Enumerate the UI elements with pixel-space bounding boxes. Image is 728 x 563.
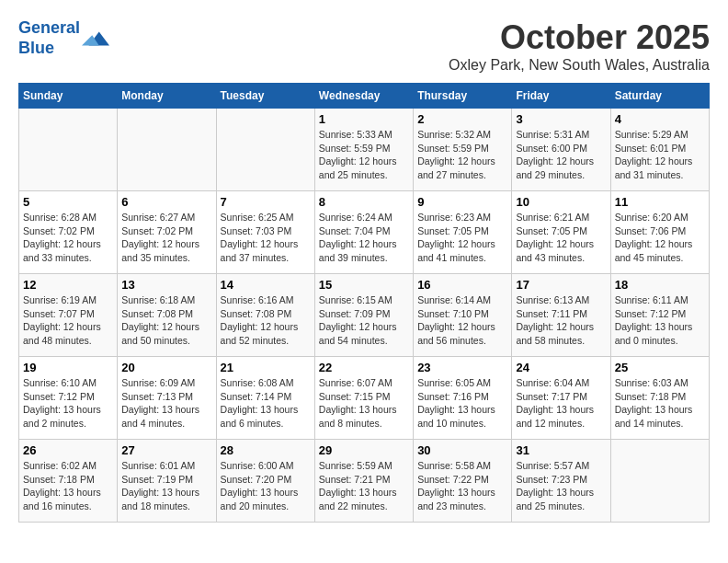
day-number: 27 [121, 443, 211, 457]
calendar-cell: 21Sunrise: 6:08 AMSunset: 7:14 PMDayligh… [216, 357, 314, 440]
header-cell-sunday: Sunday [19, 84, 118, 109]
day-info: Sunrise: 6:24 AMSunset: 7:04 PMDaylight:… [319, 211, 409, 265]
day-number: 1 [319, 112, 409, 126]
day-info: Sunrise: 6:08 AMSunset: 7:14 PMDaylight:… [221, 376, 311, 431]
calendar-cell: 3Sunrise: 5:31 AMSunset: 6:00 PMDaylight… [512, 109, 610, 191]
day-info: Sunrise: 6:07 AMSunset: 7:15 PMDaylight:… [319, 376, 409, 431]
logo-icon [82, 25, 109, 52]
calendar-cell: 20Sunrise: 6:09 AMSunset: 7:13 PMDayligh… [118, 357, 216, 440]
calendar-cell: 5Sunrise: 6:28 AMSunset: 7:02 PMDaylight… [19, 191, 118, 274]
day-number: 15 [319, 278, 409, 292]
calendar-cell: 26Sunrise: 6:02 AMSunset: 7:18 PMDayligh… [19, 440, 118, 523]
calendar-cell: 4Sunrise: 5:29 AMSunset: 6:01 PMDaylight… [610, 109, 709, 191]
day-number: 29 [319, 443, 409, 457]
day-number: 17 [516, 278, 606, 292]
day-info: Sunrise: 6:16 AMSunset: 7:08 PMDaylight:… [221, 293, 311, 348]
day-info: Sunrise: 6:01 AMSunset: 7:19 PMDaylight:… [121, 459, 211, 513]
calendar-cell: 23Sunrise: 6:05 AMSunset: 7:16 PMDayligh… [414, 357, 512, 440]
week-row-1: 1Sunrise: 5:33 AMSunset: 5:59 PMDaylight… [19, 109, 710, 191]
header-cell-wednesday: Wednesday [314, 84, 413, 109]
calendar-cell: 27Sunrise: 6:01 AMSunset: 7:19 PMDayligh… [118, 440, 216, 523]
day-number: 12 [23, 278, 113, 292]
day-info: Sunrise: 6:13 AMSunset: 7:11 PMDaylight:… [516, 293, 606, 348]
day-number: 26 [23, 443, 113, 457]
calendar-cell [19, 109, 118, 191]
day-number: 28 [221, 443, 311, 457]
calendar-cell: 13Sunrise: 6:18 AMSunset: 7:08 PMDayligh… [118, 274, 216, 357]
day-info: Sunrise: 6:10 AMSunset: 7:12 PMDaylight:… [23, 376, 113, 431]
day-info: Sunrise: 5:31 AMSunset: 6:00 PMDaylight:… [516, 128, 606, 182]
day-info: Sunrise: 5:29 AMSunset: 6:01 PMDaylight:… [615, 128, 705, 182]
calendar-cell: 24Sunrise: 6:04 AMSunset: 7:17 PMDayligh… [512, 357, 610, 440]
day-number: 2 [417, 112, 507, 126]
calendar-cell: 22Sunrise: 6:07 AMSunset: 7:15 PMDayligh… [314, 357, 413, 440]
calendar-header: SundayMondayTuesdayWednesdayThursdayFrid… [19, 84, 710, 109]
day-info: Sunrise: 6:28 AMSunset: 7:02 PMDaylight:… [23, 211, 113, 265]
day-info: Sunrise: 6:18 AMSunset: 7:08 PMDaylight:… [121, 293, 211, 348]
calendar-cell: 15Sunrise: 6:15 AMSunset: 7:09 PMDayligh… [314, 274, 413, 357]
calendar-cell [610, 440, 709, 523]
day-number: 3 [516, 112, 606, 126]
calendar-cell: 31Sunrise: 5:57 AMSunset: 7:23 PMDayligh… [512, 440, 610, 523]
day-info: Sunrise: 5:33 AMSunset: 5:59 PMDaylight:… [319, 128, 409, 182]
header-cell-monday: Monday [118, 84, 216, 109]
day-number: 25 [615, 361, 705, 374]
day-number: 5 [23, 195, 113, 209]
day-info: Sunrise: 5:57 AMSunset: 7:23 PMDaylight:… [516, 459, 606, 513]
calendar-cell [118, 109, 216, 191]
day-number: 14 [221, 278, 311, 292]
day-info: Sunrise: 5:58 AMSunset: 7:22 PMDaylight:… [417, 459, 507, 513]
calendar-cell: 25Sunrise: 6:03 AMSunset: 7:18 PMDayligh… [610, 357, 709, 440]
day-info: Sunrise: 6:14 AMSunset: 7:10 PMDaylight:… [417, 293, 507, 348]
calendar-cell: 6Sunrise: 6:27 AMSunset: 7:02 PMDaylight… [118, 191, 216, 274]
day-number: 13 [121, 278, 211, 292]
day-info: Sunrise: 6:27 AMSunset: 7:02 PMDaylight:… [121, 211, 211, 265]
day-number: 20 [121, 361, 211, 374]
calendar-cell: 9Sunrise: 6:23 AMSunset: 7:05 PMDaylight… [414, 191, 512, 274]
day-info: Sunrise: 6:25 AMSunset: 7:03 PMDaylight:… [221, 211, 311, 265]
day-info: Sunrise: 6:04 AMSunset: 7:17 PMDaylight:… [516, 376, 606, 431]
day-info: Sunrise: 6:05 AMSunset: 7:16 PMDaylight:… [417, 376, 507, 431]
calendar-cell: 11Sunrise: 6:20 AMSunset: 7:06 PMDayligh… [610, 191, 709, 274]
day-number: 18 [615, 278, 705, 292]
header-cell-friday: Friday [512, 84, 610, 109]
calendar-cell: 1Sunrise: 5:33 AMSunset: 5:59 PMDaylight… [314, 109, 413, 191]
calendar-cell: 29Sunrise: 5:59 AMSunset: 7:21 PMDayligh… [314, 440, 413, 523]
day-number: 21 [221, 361, 311, 374]
header-cell-tuesday: Tuesday [216, 84, 314, 109]
calendar-body: 1Sunrise: 5:33 AMSunset: 5:59 PMDaylight… [19, 109, 710, 523]
header-row: SundayMondayTuesdayWednesdayThursdayFrid… [19, 84, 710, 109]
calendar-cell: 18Sunrise: 6:11 AMSunset: 7:12 PMDayligh… [610, 274, 709, 357]
day-info: Sunrise: 6:00 AMSunset: 7:20 PMDaylight:… [221, 459, 311, 513]
day-number: 24 [516, 361, 606, 374]
calendar-cell: 7Sunrise: 6:25 AMSunset: 7:03 PMDaylight… [216, 191, 314, 274]
day-info: Sunrise: 6:19 AMSunset: 7:07 PMDaylight:… [23, 293, 113, 348]
day-number: 4 [615, 112, 705, 126]
day-info: Sunrise: 6:15 AMSunset: 7:09 PMDaylight:… [319, 293, 409, 348]
week-row-5: 26Sunrise: 6:02 AMSunset: 7:18 PMDayligh… [19, 440, 710, 523]
page-subtitle: Oxley Park, New South Wales, Australia [449, 57, 710, 74]
day-info: Sunrise: 6:11 AMSunset: 7:12 PMDaylight:… [615, 293, 705, 348]
day-number: 19 [23, 361, 113, 374]
day-number: 8 [319, 195, 409, 209]
header-cell-saturday: Saturday [610, 84, 709, 109]
day-info: Sunrise: 6:20 AMSunset: 7:06 PMDaylight:… [615, 211, 705, 265]
day-info: Sunrise: 6:21 AMSunset: 7:05 PMDaylight:… [516, 211, 606, 265]
week-row-3: 12Sunrise: 6:19 AMSunset: 7:07 PMDayligh… [19, 274, 710, 357]
day-number: 23 [417, 361, 507, 374]
day-number: 10 [516, 195, 606, 209]
day-info: Sunrise: 6:09 AMSunset: 7:13 PMDaylight:… [121, 376, 211, 431]
calendar-table: SundayMondayTuesdayWednesdayThursdayFrid… [18, 83, 710, 523]
day-number: 7 [221, 195, 311, 209]
day-info: Sunrise: 5:32 AMSunset: 5:59 PMDaylight:… [417, 128, 507, 182]
calendar-cell: 16Sunrise: 6:14 AMSunset: 7:10 PMDayligh… [414, 274, 512, 357]
calendar-cell: 2Sunrise: 5:32 AMSunset: 5:59 PMDaylight… [414, 109, 512, 191]
day-number: 6 [121, 195, 211, 209]
page-header: General Blue October 2025 Oxley Park, Ne… [18, 18, 710, 74]
day-info: Sunrise: 5:59 AMSunset: 7:21 PMDaylight:… [319, 459, 409, 513]
day-info: Sunrise: 6:03 AMSunset: 7:18 PMDaylight:… [615, 376, 705, 431]
calendar-cell: 8Sunrise: 6:24 AMSunset: 7:04 PMDaylight… [314, 191, 413, 274]
day-number: 11 [615, 195, 705, 209]
calendar-cell: 17Sunrise: 6:13 AMSunset: 7:11 PMDayligh… [512, 274, 610, 357]
day-info: Sunrise: 6:02 AMSunset: 7:18 PMDaylight:… [23, 459, 113, 513]
